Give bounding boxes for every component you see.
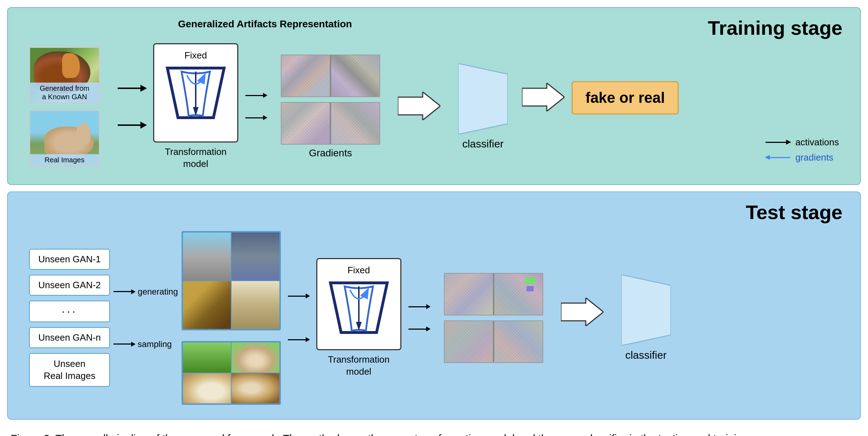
test-gradient-tile-2 (494, 274, 542, 315)
test-transform-caption: Transformationmodel (328, 354, 390, 378)
legend-activations: activations (766, 137, 839, 148)
arrows-to-gradients (245, 95, 267, 118)
test-funnel-icon (327, 279, 391, 336)
test-arrow-1 (288, 296, 309, 297)
generated-label: Generated froma Known GAN (30, 83, 99, 102)
svg-marker-2 (398, 92, 440, 120)
arrow-2 (118, 124, 146, 126)
test-gradient-tile-3 (445, 321, 493, 362)
gradients-caption: Gradients (309, 147, 352, 159)
test-image-grid-bottom (182, 341, 281, 405)
test-transform-fixed-label: Fixed (347, 265, 370, 276)
big-arrow-icon (398, 92, 440, 120)
sampling-label: sampling (138, 339, 172, 349)
generating-label: generating (138, 287, 178, 297)
test-transform-section: Fixed Transformationmod (316, 258, 401, 378)
classifier-icon (458, 63, 508, 134)
test-grad-arrow-2 (408, 329, 430, 330)
training-panel: Training stage Generalized Artifacts Rep… (7, 7, 861, 185)
generating-arrow: generating (113, 287, 178, 297)
main-container: Training stage Generalized Artifacts Rep… (7, 7, 861, 436)
unseen-gan-2: Unseen GAN-2 (29, 275, 110, 296)
classifier-caption: classifier (462, 138, 504, 150)
arrows-to-test-transform (288, 296, 309, 340)
test-title: Test stage (746, 201, 842, 224)
sampling-arrow: sampling (113, 339, 178, 349)
transform-section: Fixed (153, 43, 238, 170)
arrow-line-1 (118, 88, 146, 89)
big-arrow-2-container (522, 83, 564, 113)
test-big-arrow-icon (561, 298, 603, 326)
test-grad-arrow-1 (408, 306, 430, 307)
generated-image-container: Generated froma Known GAN (29, 47, 100, 104)
test-classifier-icon (621, 275, 671, 346)
arrow-to-gradient-2 (245, 117, 267, 118)
svg-marker-7 (561, 298, 603, 326)
arrows-to-test-gradients (408, 306, 430, 330)
gradients-label: gradients (795, 152, 833, 163)
unseen-gan-n: Unseen GAN-n (29, 327, 110, 348)
test-gradient-image-bottom (444, 320, 543, 363)
figure-caption: Figure 2. The overall pipeline of the pr… (7, 430, 787, 436)
gradient-tile-1 (282, 55, 330, 96)
transform-fixed-label: Fixed (184, 50, 207, 61)
unseen-gan-dots: ··· (29, 301, 110, 322)
gradients-arrow-icon (766, 157, 790, 158)
test-image-grid-top (182, 231, 281, 330)
unseen-gan-1: Unseen GAN-1 (29, 249, 110, 270)
svg-marker-4 (522, 83, 564, 111)
svg-marker-8 (621, 275, 671, 346)
gradients-section: Gradients (274, 55, 387, 159)
gradient-stack (281, 55, 380, 145)
unseen-list: Unseen GAN-1 Unseen GAN-2 ··· Unseen GAN… (29, 249, 110, 387)
training-input-images: Generated froma Known GAN Real Images (29, 47, 100, 167)
test-img-room (183, 281, 231, 329)
gradient-tile-2 (331, 55, 379, 96)
arrows-to-transform (111, 88, 153, 126)
activations-arrow-icon (766, 142, 790, 143)
gradient-image-top (281, 55, 380, 97)
gradient-tile-4 (331, 103, 379, 144)
legend-gradients: gradients (766, 152, 839, 163)
gradient-tile-3 (282, 103, 330, 144)
classifier-container: classifier (458, 63, 508, 150)
test-gradient-image-top (444, 273, 543, 315)
test-gradient-tile-4 (494, 321, 542, 362)
transform-caption: Transformationmodel (165, 146, 227, 170)
sampling-arrow-icon (113, 343, 135, 345)
transform-box: Fixed (153, 43, 238, 142)
arrow-to-gradient-1 (245, 95, 267, 96)
test-big-arrow-container (561, 298, 603, 328)
test-classifier-caption: classifier (625, 349, 667, 361)
big-arrow-2-icon (522, 83, 564, 111)
test-img-green-bg (183, 342, 231, 373)
real-image-container: Real Images (29, 110, 100, 167)
big-arrow-container (398, 92, 440, 122)
test-img-sky (232, 233, 279, 280)
test-img-rabbit (232, 342, 279, 373)
gar-title: Generalized Artifacts Representation (178, 18, 352, 30)
fake-real-box: fake or real (572, 81, 679, 114)
training-title: Training stage (708, 16, 842, 39)
test-image-groups (182, 231, 281, 405)
funnel-icon (164, 65, 228, 121)
test-gradient-stack (444, 273, 543, 363)
test-arrow-2 (288, 339, 309, 340)
test-img-dog-dark (232, 373, 279, 403)
generating-arrow-icon (113, 291, 135, 292)
legend: activations gradients (766, 137, 839, 163)
generated-image-box: Generated froma Known GAN (29, 47, 100, 104)
real-label: Real Images (30, 154, 99, 166)
test-img-dog-light (183, 373, 231, 403)
unseen-real: UnseenReal Images (29, 353, 110, 387)
test-gradient-tile-1 (445, 274, 493, 315)
activations-label: activations (795, 137, 839, 148)
test-gradients-section (437, 273, 550, 363)
arrow-1 (118, 88, 146, 89)
test-transform-box: Fixed (316, 258, 401, 350)
gen-sample-arrows: generating sampling (113, 287, 178, 349)
arrow-line-2 (118, 124, 146, 126)
test-panel: Test stage Unseen GAN-1 Unseen GAN-2 ···… (7, 191, 861, 420)
test-classifier-container: classifier (621, 275, 671, 361)
test-img-bed (232, 281, 279, 329)
